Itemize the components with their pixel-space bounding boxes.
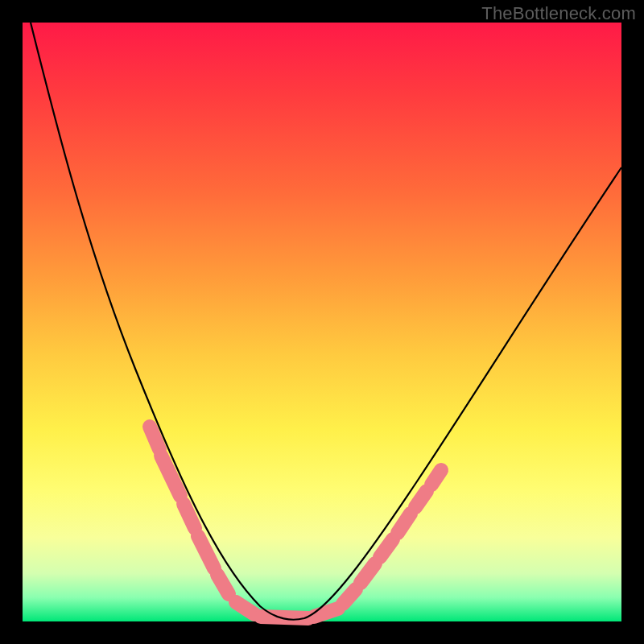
- beads-right-5: [415, 491, 427, 507]
- chart-frame: TheBottleneck.com: [0, 0, 644, 644]
- beads-right-2: [361, 564, 375, 583]
- beads-bottom-1: [236, 602, 254, 614]
- plot-area: [23, 23, 621, 621]
- beads-left-4: [198, 536, 214, 568]
- bead-group: [150, 427, 441, 618]
- beads-right-1: [343, 589, 356, 604]
- chart-svg: [23, 23, 621, 621]
- beads-left-5: [217, 575, 229, 594]
- beads-left-2: [161, 456, 180, 496]
- beads-right-4: [398, 514, 411, 533]
- beads-left-3: [184, 504, 195, 528]
- beads-left: [150, 427, 159, 449]
- beads-right-3: [380, 539, 393, 557]
- bottleneck-curve: [31, 23, 621, 620]
- watermark-text: TheBottleneck.com: [481, 3, 636, 24]
- beads-right-6: [431, 470, 441, 485]
